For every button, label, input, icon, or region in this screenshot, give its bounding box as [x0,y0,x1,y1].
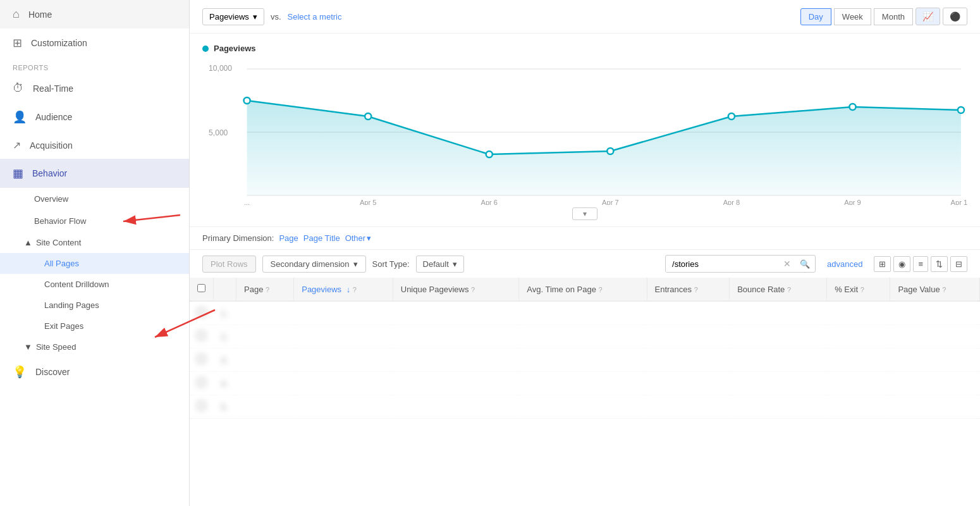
sidebar-exit-pages[interactable]: Exit Pages [0,316,189,336]
sidebar-sub-behavior-flow[interactable]: Behavior Flow [0,210,189,232]
collapse-arrow-icon: ▲ [24,238,32,247]
search-box: ✕ 🔍 [665,255,816,273]
exit-question-icon[interactable]: ? [861,286,864,293]
th-unique-pageviews[interactable]: Unique Pageviews ? [393,278,519,301]
time-btn-month[interactable]: Month [874,8,913,25]
sidebar-item-audience[interactable]: 👤 Audience [0,102,189,132]
sidebar-site-speed-header[interactable]: ▼ Site Speed [0,336,189,357]
select-metric-link[interactable]: Select a metric [288,12,342,22]
dim-other-dropdown[interactable]: Other ▾ [345,233,372,243]
svg-text:Apr 10: Apr 10 [951,199,967,205]
th-avg-time[interactable]: Avg. Time on Page ? [519,278,647,301]
row-avgtime-3 [519,349,647,372]
sidebar-item-customization[interactable]: ⊞ Customization [0,28,189,58]
th-bounce-rate[interactable]: Bounce Rate ? [730,278,827,301]
row-bounce-2 [730,325,827,349]
avg-time-question-icon[interactable]: ? [599,286,603,293]
row-checkbox-4[interactable] [197,378,205,386]
row-page-2 [236,325,294,349]
advanced-link[interactable]: advanced [827,259,862,269]
page-question-icon[interactable]: ? [266,286,269,293]
entrances-question-icon[interactable]: ? [694,286,698,293]
grid-view-icon-btn[interactable]: ⊞ [874,256,891,272]
time-btn-day[interactable]: Day [800,8,831,25]
svg-point-15 [486,151,493,157]
row-avgtime-2 [519,325,647,349]
svg-point-16 [607,148,613,154]
row-exit-3 [827,349,890,372]
dense-view-icon-btn[interactable]: ⊟ [950,256,967,272]
home-icon: ⌂ [13,8,20,21]
page-value-question-icon[interactable]: ? [942,286,946,293]
search-clear-icon[interactable]: ✕ [780,256,795,272]
th-page-value[interactable]: Page Value ? [890,278,980,301]
sidebar-item-behavior[interactable]: ▦ Behavior [0,159,189,188]
row-checkbox-1[interactable] [197,308,205,316]
row-checkbox-3[interactable] [197,355,205,363]
row-exit-1 [827,301,890,325]
sidebar-site-content-label: Site Content [36,238,82,247]
bounce-rate-question-icon[interactable]: ? [787,286,791,293]
sidebar-item-home[interactable]: ⌂ Home [0,0,189,28]
top-toolbar: Pageviews ▾ vs. Select a metric Day Week… [190,0,980,34]
line-chart-view-btn[interactable]: 📈 [916,8,940,25]
row-unique-5 [393,395,519,419]
date-range-collapse-btn[interactable]: ▾ [572,207,597,220]
pie-view-icon-btn[interactable]: ◉ [893,256,910,272]
svg-point-19 [958,107,964,113]
row-num-4: 4. [214,372,236,395]
sidebar-acquisition-label: Acquisition [30,140,73,151]
filter-view-icon-btn[interactable]: ⇅ [931,256,948,272]
row-exit-4 [827,372,890,395]
metric-dropdown[interactable]: Pageviews ▾ [202,8,264,25]
dim-page-title-link[interactable]: Page Title [303,233,340,243]
row-checkbox-2[interactable] [197,331,205,340]
vs-label: vs. [271,12,281,22]
th-pageviews[interactable]: Pageviews ↓ ? [294,278,393,301]
th-checkbox[interactable] [190,278,214,301]
th-entrances[interactable]: Entrances ? [647,278,730,301]
row-checkbox-5[interactable] [197,402,205,410]
list-view-icon-btn[interactable]: ≡ [913,256,928,272]
metric-dropdown-arrow: ▾ [253,12,257,22]
sort-type-dropdown[interactable]: Default ▾ [416,256,464,273]
svg-text:5,000: 5,000 [209,128,228,137]
row-value-1 [890,301,980,325]
sidebar-sub-overview[interactable]: Overview [0,188,189,210]
row-exit-5 [827,395,890,419]
select-all-checkbox[interactable] [197,284,205,292]
metric-dropdown-label: Pageviews [209,12,249,22]
sidebar-item-realtime[interactable]: ⏱ Real-Time [0,74,189,102]
svg-text:Apr 7: Apr 7 [602,199,618,205]
table-row: 2. [190,325,980,349]
secondary-dimension-dropdown[interactable]: Secondary dimension ▾ [262,256,366,273]
search-input[interactable] [666,256,780,272]
row-bounce-1 [730,301,827,325]
chart-legend-label: Pageviews [214,44,256,53]
row-entrances-5 [647,395,730,419]
sidebar-home-label: Home [28,9,52,20]
table-wrapper: Page ? Pageviews ↓ ? Unique Pageviews ? … [190,278,980,419]
row-page-4 [236,372,294,395]
sidebar-item-acquisition[interactable]: ↗ Acquisition [0,132,189,159]
search-submit-icon[interactable]: 🔍 [795,256,815,272]
secondary-dimension-chevron: ▾ [353,259,358,269]
th-page[interactable]: Page ? [236,278,294,301]
sidebar-all-pages[interactable]: All Pages [0,253,189,274]
time-btn-week[interactable]: Week [834,8,871,25]
th-exit[interactable]: % Exit ? [827,278,890,301]
sidebar-landing-pages[interactable]: Landing Pages [0,295,189,316]
pageviews-question-icon[interactable]: ? [353,286,357,293]
row-value-4 [890,372,980,395]
scatter-view-btn[interactable]: ⚫ [943,8,967,25]
dim-other-chevron: ▾ [367,233,371,243]
sidebar: ⌂ Home ⊞ Customization REPORTS ⏱ Real-Ti… [0,0,190,506]
dim-page-active[interactable]: Page [279,233,298,243]
row-num-2: 2. [214,325,236,349]
unique-pageviews-question-icon[interactable]: ? [471,286,475,293]
plot-rows-button[interactable]: Plot Rows [202,256,256,273]
primary-dimension-label: Primary Dimension: [202,233,274,243]
sidebar-content-drilldown[interactable]: Content Drilldown [0,274,189,295]
sidebar-site-content-header[interactable]: ▲ Site Content [0,232,189,253]
sidebar-item-discover[interactable]: 💡 Discover [0,357,189,386]
